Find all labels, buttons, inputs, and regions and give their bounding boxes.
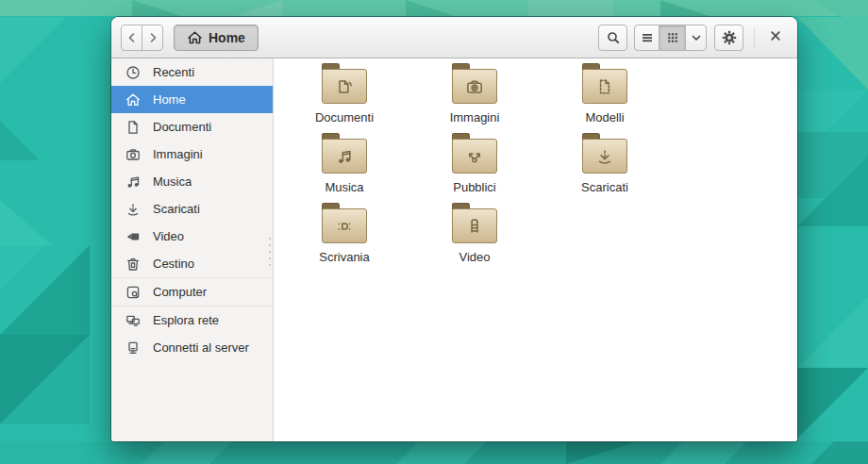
folder-label: Video — [459, 250, 490, 264]
folder-icon — [322, 69, 367, 104]
back-button[interactable] — [121, 25, 142, 51]
documents-emblem-icon — [334, 76, 355, 97]
menu-button[interactable] — [714, 25, 743, 51]
sidebar-item-label: Cestino — [153, 257, 194, 271]
sidebar-item-documenti[interactable]: Documenti — [111, 113, 273, 141]
folder-icon — [322, 208, 367, 243]
grid-view-icon — [666, 31, 679, 44]
folder-item-documenti[interactable]: Documenti — [279, 60, 409, 130]
sidebar-item-label: Musica — [153, 174, 192, 189]
download-emblem-icon — [594, 146, 615, 167]
sidebar-item-immagini[interactable]: Immagini — [111, 141, 273, 168]
chevron-down-icon — [690, 31, 703, 44]
path-home-button[interactable]: Home — [174, 25, 259, 51]
list-view-icon — [641, 31, 654, 44]
folder-item-immagini[interactable]: Immagini — [409, 60, 540, 130]
view-options-button[interactable] — [685, 25, 707, 51]
file-manager-window: Home — [111, 17, 797, 441]
file-grid: Documenti Immagini — [274, 58, 797, 441]
folder-item-scaricati[interactable]: Scaricati — [540, 130, 670, 200]
forward-button[interactable] — [142, 25, 163, 51]
sidebar-item-connetti-al-server[interactable]: Connetti al server — [111, 334, 273, 361]
folder-label: Documenti — [315, 110, 374, 124]
folder-icon — [582, 139, 627, 174]
clock-icon — [125, 65, 141, 80]
search-icon — [606, 30, 621, 45]
grid-view-button[interactable] — [659, 25, 686, 51]
chevron-left-icon — [125, 30, 140, 45]
sidebar-scroll-indicator[interactable] — [269, 238, 271, 266]
share-emblem-icon — [464, 146, 485, 167]
sidebar-item-home[interactable]: Home — [111, 86, 273, 113]
music-icon — [125, 174, 141, 190]
headerbar: Home — [111, 17, 797, 58]
chevron-right-icon — [145, 30, 160, 45]
close-icon — [769, 29, 782, 46]
folder-label: Immagini — [450, 110, 500, 124]
folder-item-pubblici[interactable]: Pubblici — [409, 130, 540, 200]
list-view-button[interactable] — [634, 25, 659, 51]
sidebar-item-label: Connetti al server — [153, 340, 249, 355]
sidebar-item-label: Immagini — [153, 147, 203, 161]
close-button[interactable] — [763, 25, 788, 50]
folder-label: Musica — [325, 180, 363, 194]
sidebar-item-video[interactable]: Video — [111, 223, 273, 250]
sidebar-item-cestino[interactable]: Cestino — [111, 250, 273, 277]
folder-label: Modelli — [585, 110, 624, 124]
navigation-buttons — [121, 25, 163, 51]
sidebar-item-label: Recenti — [153, 65, 194, 79]
trash-icon — [125, 257, 141, 272]
folder-item-musica[interactable]: Musica — [279, 130, 409, 200]
music-emblem-icon — [334, 146, 355, 167]
sidebar-item-computer[interactable]: Computer — [111, 278, 273, 306]
sidebar-item-label: Video — [153, 229, 184, 243]
home-icon — [125, 92, 141, 108]
document-icon — [125, 120, 141, 135]
sidebar-item-label: Documenti — [153, 120, 211, 134]
video-icon — [125, 229, 141, 244]
folder-label: Pubblici — [453, 180, 496, 194]
folder-icon — [452, 69, 497, 104]
path-home-label: Home — [209, 30, 245, 45]
camera-icon — [125, 147, 141, 162]
drive-icon — [125, 285, 141, 300]
sidebar-item-scaricati[interactable]: Scaricati — [111, 195, 273, 223]
folder-icon — [452, 208, 497, 243]
sidebar-item-recenti[interactable]: Recenti — [111, 58, 273, 86]
folder-item-video[interactable]: Video — [409, 200, 540, 270]
folder-icon — [452, 139, 497, 174]
window-body: Recenti Home Documenti — [111, 58, 797, 441]
server-icon — [125, 340, 141, 356]
download-icon — [125, 202, 141, 217]
folder-label: Scrivania — [319, 250, 369, 264]
templates-emblem-icon — [594, 76, 615, 97]
view-switcher — [634, 25, 707, 51]
sidebar-item-label: Home — [153, 92, 186, 107]
folder-icon — [582, 69, 627, 104]
search-button[interactable] — [598, 25, 627, 51]
folder-item-scrivania[interactable]: Scrivania — [279, 200, 409, 270]
folder-item-modelli[interactable]: Modelli — [540, 60, 670, 130]
gear-icon — [722, 30, 737, 45]
network-icon — [125, 313, 141, 328]
sidebar-item-musica[interactable]: Musica — [111, 168, 273, 195]
pictures-emblem-icon — [464, 76, 485, 97]
sidebar-item-label: Scaricati — [153, 202, 200, 216]
folder-icon — [322, 139, 367, 174]
folder-label: Scaricati — [581, 180, 628, 194]
sidebar-item-label: Computer — [153, 285, 207, 299]
home-icon — [187, 30, 203, 45]
desktop-emblem-icon — [334, 216, 355, 237]
film-emblem-icon — [464, 216, 485, 237]
headerbar-separator — [754, 27, 755, 48]
sidebar-item-label: Esplora rete — [153, 313, 219, 327]
sidebar-item-esplora-rete[interactable]: Esplora rete — [111, 307, 273, 334]
places-sidebar: Recenti Home Documenti — [111, 58, 274, 441]
